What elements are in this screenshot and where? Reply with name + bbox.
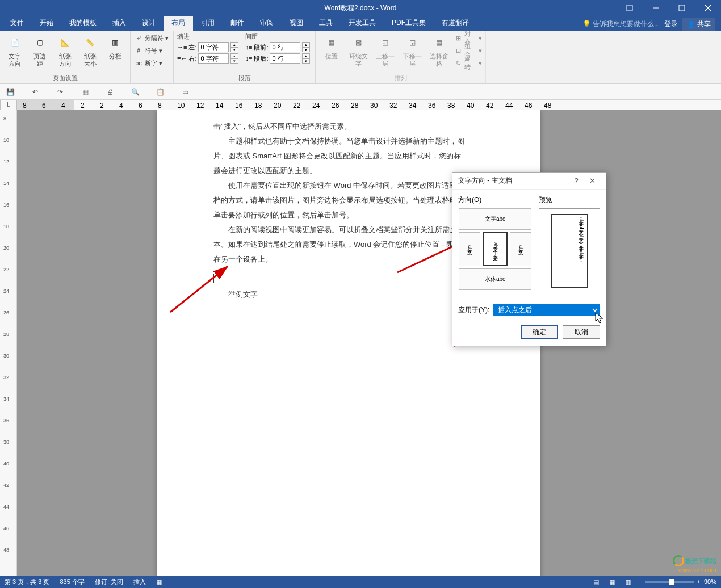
indent-left-spinner[interactable]: →≡左:▴▾ — [177, 42, 238, 52]
line-numbers-button[interactable]: #行号 ▾ — [134, 45, 169, 56]
tab-pdf[interactable]: PDF工具集 — [384, 15, 434, 31]
minimize-button[interactable] — [643, 0, 669, 16]
ribbon-options-icon[interactable] — [617, 0, 643, 16]
dialog-close-button[interactable]: ✕ — [584, 177, 600, 185]
columns-button[interactable]: ▥分栏 — [104, 32, 127, 61]
zoom-slider[interactable] — [645, 581, 694, 583]
qat-icon-5[interactable]: ▭ — [179, 86, 191, 98]
tab-dev[interactable]: 开发工具 — [341, 15, 384, 31]
page-setup-group-label: 页面设置 — [3, 73, 127, 82]
selection-pane-button[interactable]: ▤选择窗格 — [427, 32, 452, 69]
text-direction-button[interactable]: 📄文字方向 — [3, 32, 26, 69]
save-icon[interactable]: 💾 — [5, 86, 16, 98]
spacing-before-spinner[interactable]: ↕≡段前:▴▾ — [245, 42, 310, 52]
size-button[interactable]: 📏纸张大小 — [79, 32, 102, 69]
tab-references[interactable]: 引用 — [193, 15, 223, 31]
spacing-label: 间距 — [245, 32, 310, 41]
view-print-icon[interactable]: ▦ — [606, 577, 618, 587]
orient-horizontal[interactable]: 文字abc — [459, 208, 531, 230]
mouse-cursor-icon — [595, 312, 605, 325]
orientation-button[interactable]: 📐纸张方向 — [53, 32, 76, 69]
wrap-text-button[interactable]: ▩环绕文字 — [346, 32, 371, 69]
status-words[interactable]: 835 个字 — [60, 578, 84, 586]
status-revision[interactable]: 修订: 关闭 — [95, 578, 123, 586]
orient-horizontal-2[interactable]: 水体abc — [459, 268, 531, 290]
spacing-after-spinner[interactable]: ↕≡段后:▴▾ — [245, 53, 310, 64]
share-button[interactable]: 👤 共享 — [682, 18, 715, 31]
status-icon[interactable]: ▦ — [156, 578, 162, 586]
tab-design[interactable]: 设计 — [134, 15, 164, 31]
tab-tools[interactable]: 工具 — [311, 15, 341, 31]
tab-home[interactable]: 开始 — [32, 15, 61, 31]
zoom-level[interactable]: 90% — [704, 578, 716, 585]
redo-icon[interactable]: ↷ — [55, 86, 66, 98]
status-page[interactable]: 第 3 页，共 3 页 — [5, 578, 49, 586]
tab-mail[interactable]: 邮件 — [223, 15, 252, 31]
indent-right-spinner[interactable]: ≡←右:▴▾ — [177, 53, 238, 64]
ribbon: 📄文字方向 ▢页边距 📐纸张方向 📏纸张大小 ▥分栏 页面设置 ⤶分隔符 ▾ #… — [0, 31, 721, 84]
login-link[interactable]: 登录 — [664, 19, 678, 29]
dialog-title: 文字方向 - 主文档 — [458, 176, 568, 186]
maximize-button[interactable] — [669, 0, 695, 16]
qat-icon-3[interactable]: 🔍 — [129, 86, 141, 98]
tab-review[interactable]: 审阅 — [252, 15, 282, 31]
text-cursor — [213, 274, 214, 283]
hyphenation-button[interactable]: bc断字 ▾ — [134, 57, 169, 69]
paragraph-group-label: 段落 — [177, 73, 312, 82]
tab-file[interactable]: 文件 — [2, 15, 32, 31]
apply-to-select[interactable]: 插入点之后 — [493, 304, 600, 316]
tab-view[interactable]: 视图 — [282, 15, 311, 31]
undo-icon[interactable]: ↶ — [30, 86, 41, 98]
breaks-button[interactable]: ⤶分隔符 ▾ — [134, 32, 169, 44]
orient-vertical-center[interactable]: 文字abc文字→ — [483, 232, 508, 266]
window-title: Word教程2.docx - Word — [325, 3, 397, 13]
qat-icon-1[interactable]: ▦ — [79, 86, 91, 98]
status-bar: 第 3 页，共 3 页 835 个字 修订: 关闭 插入 ▦ ▤ ▦ ▥ − +… — [0, 576, 721, 588]
text-direction-dialog: 文字方向 - 主文档 ? ✕ 方向(O) 文字abc 文字abc 文字abc文字… — [452, 172, 606, 346]
tab-translate[interactable]: 有道翻译 — [434, 15, 477, 31]
rotate-button[interactable]: ↻旋转 ▾ — [454, 57, 482, 69]
orient-vertical-left[interactable]: 文字abc — [459, 232, 480, 266]
document-text[interactable]: 击"插入"，然后从不同库中选择所需元素。 主题和样式也有助于文档保持协调。当您单… — [213, 119, 489, 302]
orientation-label: 方向(O) — [458, 195, 532, 205]
preview-label: 预览 — [539, 195, 600, 205]
view-web-icon[interactable]: ▥ — [622, 577, 634, 587]
preview-box: 文字abc文字abc文字abc文字abc文字abc→ — [539, 208, 600, 293]
orientation-options: 文字abc 文字abc 文字abc文字→ 文字abc 水体abc — [458, 208, 532, 290]
watermark: 极光下载站 www.xz7.com — [673, 555, 716, 573]
apply-to-label: 应用于(Y): — [458, 305, 489, 315]
status-insert[interactable]: 插入 — [133, 578, 146, 586]
arrange-group-label: 排列 — [319, 73, 482, 82]
tab-layout[interactable]: 布局 — [164, 15, 193, 31]
zoom-out-icon[interactable]: − — [638, 578, 641, 585]
svg-rect-0 — [627, 5, 632, 11]
close-button[interactable] — [695, 0, 721, 16]
tab-insert[interactable]: 插入 — [104, 15, 134, 31]
send-backward-button[interactable]: ◲下移一层 — [400, 32, 425, 69]
ruler-horizontal[interactable]: 8642246810121416182022242628303234363840… — [17, 100, 721, 110]
orient-vertical-right[interactable]: 文字abc — [510, 232, 531, 266]
qat-icon-4[interactable]: 📋 — [154, 86, 166, 98]
ok-button[interactable]: 确定 — [521, 325, 558, 339]
ruler-vertical[interactable]: 8101214161820222426283032343638404244464… — [0, 110, 17, 576]
ribbon-tabs: 文件 开始 我的模板 插入 设计 布局 引用 邮件 审阅 视图 工具 开发工具 … — [0, 16, 721, 31]
svg-rect-2 — [679, 5, 685, 11]
indent-label: 缩进 — [177, 32, 238, 41]
zoom-in-icon[interactable]: + — [697, 578, 701, 585]
margins-button[interactable]: ▢页边距 — [28, 32, 51, 69]
qat-icon-2[interactable]: 🖨 — [104, 86, 116, 98]
document-area[interactable]: 击"插入"，然后从不同库中选择所需元素。 主题和样式也有助于文档保持协调。当您单… — [17, 110, 721, 576]
tell-me-input[interactable]: 💡 告诉我您想要做什么... — [573, 19, 660, 29]
ruler-corner: L — [0, 100, 17, 110]
view-read-icon[interactable]: ▤ — [590, 577, 602, 587]
tab-templates[interactable]: 我的模板 — [61, 15, 104, 31]
title-bar: Word教程2.docx - Word — [0, 0, 721, 16]
bring-forward-button[interactable]: ◱上移一层 — [373, 32, 398, 69]
dialog-help-button[interactable]: ? — [568, 177, 584, 185]
cancel-button[interactable]: 取消 — [563, 325, 600, 339]
position-button[interactable]: ▦位置 — [319, 32, 344, 61]
quick-access-toolbar: 💾 ↶ ↷ ▦ 🖨 🔍 📋 ▭ — [0, 84, 721, 100]
